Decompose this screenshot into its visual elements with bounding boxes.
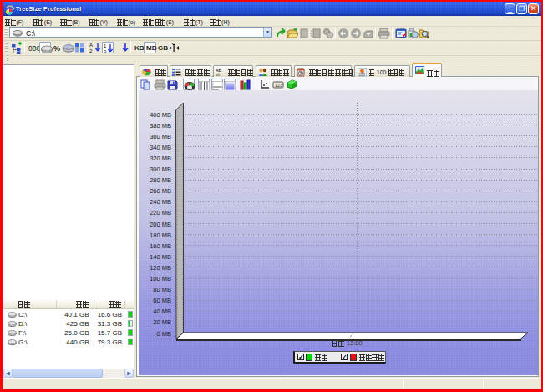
svg-text:123: 123 — [275, 83, 282, 88]
svg-text:A: A — [89, 43, 93, 48]
svg-text:100: 100 — [358, 73, 365, 77]
svg-text:1: 1 — [104, 43, 107, 48]
svg-text:2: 2 — [89, 48, 93, 53]
svg-text:ab: ab — [216, 72, 221, 76]
svg-text:9: 9 — [104, 49, 107, 54]
